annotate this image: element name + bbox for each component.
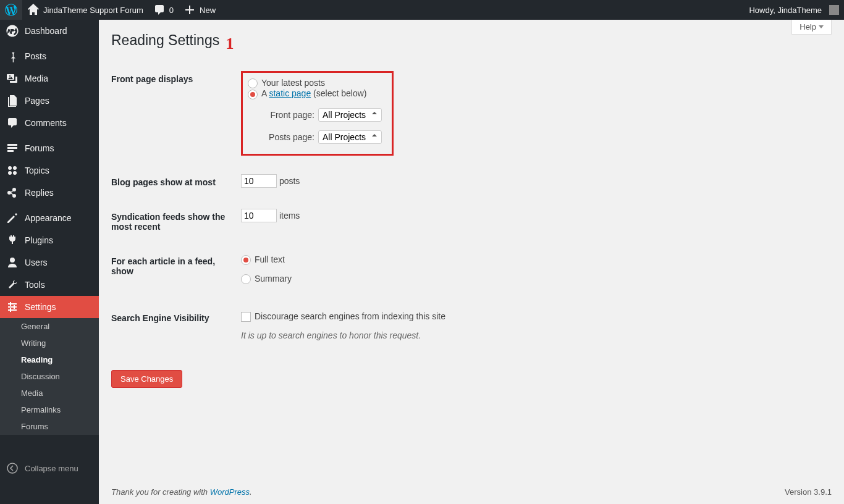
highlight-box: Your latest posts A static page (select … — [241, 71, 394, 156]
svg-point-6 — [13, 171, 17, 175]
sidebar-item-settings[interactable]: Settings — [0, 296, 99, 318]
svg-point-4 — [13, 166, 17, 170]
sidebar-item-appearance[interactable]: Appearance — [0, 207, 99, 229]
sub-item-writing[interactable]: Writing — [0, 335, 99, 351]
svg-rect-2 — [7, 150, 14, 152]
sub-item-forums[interactable]: Forums — [0, 418, 99, 435]
settings-submenu: General Writing Reading Discussion Media… — [0, 318, 99, 435]
collapse-menu[interactable]: Collapse menu — [0, 457, 99, 479]
howdy-text: Howdy, JindaTheme — [749, 6, 822, 15]
comments-menu[interactable]: 0 — [148, 0, 179, 20]
svg-point-3 — [8, 166, 12, 170]
front-page-select[interactable]: All Projects — [318, 108, 382, 122]
static-page-link[interactable]: static page — [269, 88, 311, 98]
sidebar-item-pages[interactable]: Pages — [0, 90, 99, 112]
svg-point-17 — [7, 463, 17, 473]
sidebar-item-topics[interactable]: Topics — [0, 159, 99, 182]
settings-form: Front page displays Your latest posts A … — [111, 62, 832, 358]
dashboard-icon — [6, 25, 19, 37]
help-tab[interactable]: Help — [791, 20, 832, 35]
sidebar-item-users[interactable]: Users — [0, 251, 99, 274]
footer-version: Version 3.9.1 — [785, 487, 832, 497]
search-engine-description: It is up to search engines to honor this… — [241, 329, 825, 342]
site-name: JindaTheme Support Forum — [43, 6, 143, 15]
search-engine-label: Search Engine Visibility — [111, 301, 235, 358]
settings-icon — [6, 301, 19, 313]
radio-static-page[interactable]: A static page (select below) — [248, 88, 366, 98]
syndication-input[interactable] — [241, 209, 277, 222]
pages-icon — [6, 94, 19, 107]
sidebar-item-forums[interactable]: Forums — [0, 137, 99, 159]
media-icon — [6, 72, 19, 85]
sub-item-media[interactable]: Media — [0, 385, 99, 401]
sub-item-permalinks[interactable]: Permalinks — [0, 401, 99, 418]
pin-icon — [6, 50, 19, 62]
sub-item-general[interactable]: General — [0, 318, 99, 335]
syndication-label: Syndication feeds show the most recent — [111, 200, 235, 244]
forums-icon — [6, 142, 19, 154]
annotation-marker: 1 — [226, 35, 234, 52]
new-content-menu[interactable]: New — [179, 0, 221, 20]
plugins-icon — [6, 234, 19, 246]
radio-latest-posts[interactable]: Your latest posts — [248, 78, 325, 88]
radio-full-text[interactable]: Full text — [241, 254, 285, 264]
site-name-menu[interactable]: JindaTheme Support Forum — [22, 0, 148, 20]
discourage-checkbox[interactable] — [241, 312, 251, 322]
sidebar-item-comments[interactable]: Comments — [0, 112, 99, 134]
sidebar-item-replies[interactable]: Replies — [0, 182, 99, 204]
save-button[interactable]: Save Changes — [111, 370, 182, 388]
appearance-icon — [6, 212, 19, 224]
radio-full-text-input[interactable] — [241, 255, 251, 265]
radio-summary-input[interactable] — [241, 274, 251, 284]
comments-icon — [6, 117, 19, 129]
blog-pages-label: Blog pages show at most — [111, 165, 235, 200]
chevron-down-icon — [819, 25, 824, 28]
radio-latest-posts-input[interactable] — [248, 78, 258, 88]
new-label: New — [200, 6, 216, 15]
wp-logo-menu[interactable] — [0, 0, 22, 20]
svg-rect-16 — [10, 308, 11, 312]
front-page-label: Front page: — [261, 110, 314, 120]
svg-point-5 — [8, 171, 12, 175]
comment-count: 0 — [169, 6, 174, 15]
my-account-menu[interactable]: Howdy, JindaTheme — [744, 0, 844, 20]
sidebar-item-posts[interactable]: Posts — [0, 45, 99, 67]
posts-page-label: Posts page: — [261, 132, 314, 142]
comment-bubble-icon — [153, 4, 166, 16]
discourage-checkbox-label[interactable]: Discourage search engines from indexing … — [241, 310, 825, 323]
avatar-icon — [829, 5, 839, 15]
blog-pages-input[interactable] — [241, 174, 277, 188]
footer: Thank you for creating with WordPress. V… — [99, 480, 844, 504]
page-title: Reading Settings 1 — [111, 31, 832, 49]
sidebar-item-media[interactable]: Media — [0, 67, 99, 90]
sidebar-item-tools[interactable]: Tools — [0, 274, 99, 296]
users-icon — [6, 256, 19, 269]
svg-rect-15 — [14, 305, 15, 309]
svg-rect-11 — [8, 303, 17, 304]
collapse-icon — [6, 462, 19, 474]
radio-static-page-input[interactable] — [248, 90, 258, 99]
radio-summary[interactable]: Summary — [241, 274, 292, 284]
admin-sidebar: Dashboard Posts Media Pages Comments For… — [0, 20, 99, 504]
sidebar-item-plugins[interactable]: Plugins — [0, 229, 99, 251]
admin-toolbar: JindaTheme Support Forum 0 New Howdy, Ji… — [0, 0, 844, 20]
sub-item-discussion[interactable]: Discussion — [0, 368, 99, 385]
tools-icon — [6, 279, 19, 291]
sub-item-reading[interactable]: Reading — [0, 351, 99, 368]
svg-rect-14 — [10, 302, 11, 306]
feed-article-label: For each article in a feed, show — [111, 244, 235, 301]
svg-rect-1 — [7, 147, 17, 149]
home-icon — [27, 4, 40, 16]
footer-thanks: Thank you for creating with WordPress. — [111, 487, 252, 497]
svg-rect-0 — [7, 144, 17, 146]
svg-rect-13 — [8, 309, 17, 311]
posts-page-select[interactable]: All Projects — [318, 130, 382, 144]
sidebar-item-dashboard[interactable]: Dashboard — [0, 20, 99, 42]
wordpress-logo-icon — [5, 4, 17, 16]
plus-icon — [184, 4, 196, 16]
wordpress-link[interactable]: WordPress — [210, 487, 250, 497]
replies-icon — [6, 187, 19, 199]
front-page-displays-label: Front page displays — [111, 62, 235, 165]
svg-point-10 — [10, 258, 15, 262]
topics-icon — [6, 164, 19, 177]
